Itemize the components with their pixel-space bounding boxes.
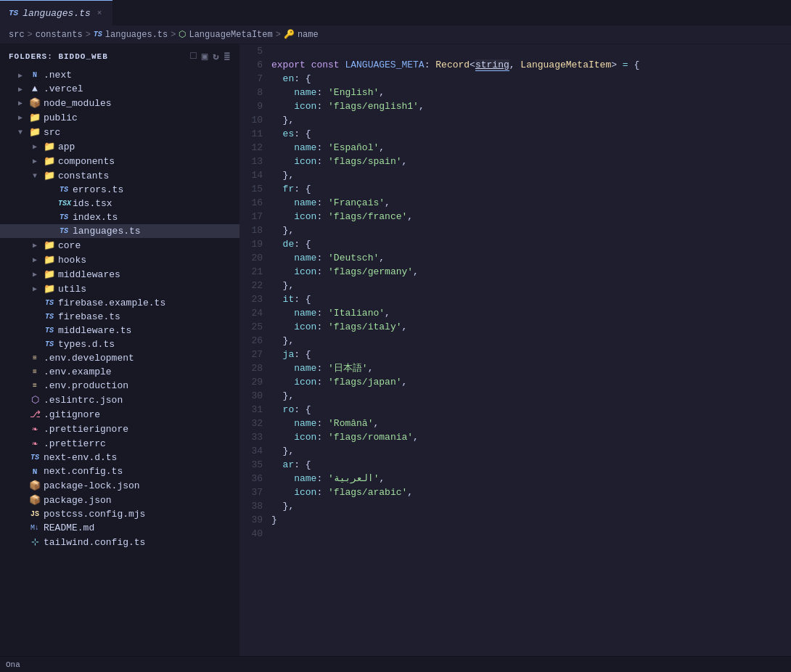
- sidebar-item-env-example[interactable]: ▶ ≡ .env.example: [0, 365, 239, 379]
- sidebar-item-core[interactable]: ▶ 📁 core: [0, 238, 239, 253]
- sidebar-item-next[interactable]: ▶ N .next: [0, 68, 239, 82]
- new-folder-icon[interactable]: ▣: [202, 50, 208, 62]
- sidebar-label-readme: README.md: [44, 523, 94, 533]
- sidebar-title: FOLDERS: BIDDO_WEB: [9, 52, 108, 61]
- sidebar-item-readme[interactable]: ▶ M↓ README.md: [0, 521, 239, 535]
- ln-16: 16: [245, 196, 263, 210]
- sidebar-item-src[interactable]: ▼ 📁 src: [0, 125, 239, 139]
- sidebar-item-firebase-example[interactable]: ▶ TS firebase.example.ts: [0, 296, 239, 310]
- sidebar-item-app[interactable]: ▶ 📁 app: [0, 139, 239, 154]
- tab-close-button[interactable]: ×: [95, 7, 104, 19]
- sidebar-label-prettierignore: .prettierignore: [44, 424, 128, 435]
- sidebar-item-node-modules[interactable]: ▶ 📦 node_modules: [0, 96, 239, 110]
- sidebar-item-firebase-ts[interactable]: ▶ TS firebase.ts: [0, 310, 239, 324]
- sidebar-item-middleware-ts[interactable]: ▶ TS middleware.ts: [0, 324, 239, 337]
- sidebar-item-ids-tsx[interactable]: ▶ TSX ids.tsx: [0, 197, 239, 210]
- eslint-icon: ⬡: [29, 394, 41, 406]
- ln-35: 35: [245, 458, 263, 472]
- sidebar-item-next-env-d-ts[interactable]: ▶ TS next-env.d.ts: [0, 451, 239, 464]
- sidebar-label-env-example: .env.example: [44, 366, 112, 377]
- ln-39: 39: [245, 513, 263, 527]
- readme-file-icon: M↓: [29, 524, 41, 532]
- sidebar-item-prettierrc[interactable]: ▶ ❧ .prettierrc: [0, 436, 239, 451]
- sidebar-item-env-production[interactable]: ▶ ≡ .env.production: [0, 379, 239, 393]
- breadcrumb-sep2: >: [86, 30, 91, 40]
- breadcrumb-sep1: >: [28, 30, 33, 40]
- code-content[interactable]: export const LANGUAGES_META: Record<stri…: [271, 44, 791, 656]
- code-line-32: name: 'Română',: [271, 417, 776, 430]
- sidebar-item-eslintrc[interactable]: ▶ ⬡ .eslintrc.json: [0, 393, 239, 407]
- arrow-icon: ▶: [29, 270, 41, 279]
- sidebar-item-env-development[interactable]: ▶ ≡ .env.development: [0, 351, 239, 365]
- pkg-json-icon: 📦: [29, 494, 41, 506]
- sidebar-item-next-config[interactable]: ▶ N next.config.ts: [0, 464, 239, 478]
- tab-languages-ts[interactable]: TS languages.ts ×: [0, 0, 112, 25]
- sidebar-item-public[interactable]: ▶ 📁 public: [0, 110, 239, 125]
- breadcrumb-file[interactable]: languages.ts: [105, 30, 168, 40]
- sidebar-item-hooks[interactable]: ▶ 📁 hooks: [0, 253, 239, 267]
- ln-18: 18: [245, 224, 263, 237]
- arrow-icon: ▶: [15, 113, 26, 122]
- sidebar-item-postcss[interactable]: ▶ JS postcss.config.mjs: [0, 507, 239, 521]
- sidebar-item-middlewares[interactable]: ▶ 📁 middlewares: [0, 267, 239, 282]
- ln-22: 22: [245, 279, 263, 292]
- sidebar-header: FOLDERS: BIDDO_WEB □ ▣ ↻ ≣: [0, 44, 239, 68]
- ln-6: 6: [245, 58, 263, 72]
- env-example-icon: ≡: [29, 368, 41, 376]
- sidebar-label-node-modules: node_modules: [44, 98, 112, 109]
- sidebar-label-middlewares: middlewares: [58, 269, 120, 280]
- ln-13: 13: [245, 155, 263, 168]
- editor[interactable]: 5 6 7 8 9 10 11 12 13 14 15 16 17 18 19 …: [239, 44, 791, 656]
- code-line-21: icon: 'flags/germany',: [271, 265, 776, 279]
- sidebar-item-index-ts[interactable]: ▶ TS index.ts: [0, 210, 239, 224]
- breadcrumb-name[interactable]: name: [298, 30, 319, 40]
- sidebar-item-constants[interactable]: ▼ 📁 constants: [0, 168, 239, 183]
- code-line-13: icon: 'flags/spain',: [271, 155, 776, 168]
- sidebar-item-package-lock[interactable]: ▶ 📦 package-lock.json: [0, 478, 239, 493]
- ln-15: 15: [245, 182, 263, 196]
- arrow-icon: ▶: [29, 241, 41, 250]
- sidebar-item-types-d-ts[interactable]: ▶ TS types.d.ts: [0, 337, 239, 351]
- ln-25: 25: [245, 320, 263, 334]
- code-line-26: },: [271, 334, 776, 348]
- new-file-icon[interactable]: □: [190, 50, 197, 62]
- arrow-icon: ▶: [29, 142, 41, 151]
- code-line-6: export const LANGUAGES_META: Record<stri…: [271, 58, 776, 72]
- constants-folder-icon: 📁: [44, 170, 55, 181]
- next-config-icon: N: [29, 467, 41, 476]
- collapse-icon[interactable]: ≣: [224, 50, 231, 62]
- refresh-icon[interactable]: ↻: [213, 50, 219, 62]
- sidebar-item-prettierignore[interactable]: ▶ ❧ .prettierignore: [0, 422, 239, 436]
- hooks-folder-icon: 📁: [44, 254, 55, 266]
- sidebar-item-package-json[interactable]: ▶ 📦 package.json: [0, 493, 239, 507]
- sidebar-item-components[interactable]: ▶ 📁 components: [0, 154, 239, 168]
- breadcrumb-constants[interactable]: constants: [36, 30, 83, 40]
- sidebar-label-firebase-example: firebase.example.ts: [58, 298, 165, 308]
- tailwind-icon: ⊹: [29, 536, 41, 548]
- ln-8: 8: [245, 86, 263, 99]
- code-line-18: },: [271, 224, 776, 237]
- sidebar-item-tailwind[interactable]: ▶ ⊹ tailwind.config.ts: [0, 535, 239, 549]
- breadcrumb-src[interactable]: src: [9, 30, 25, 40]
- ts-firebase-example-icon: TS: [44, 299, 55, 307]
- ln-23: 23: [245, 292, 263, 306]
- arrow-icon: ▼: [15, 128, 26, 136]
- sidebar-label-tailwind: tailwind.config.ts: [44, 537, 145, 548]
- sidebar-item-errors-ts[interactable]: ▶ TS errors.ts: [0, 183, 239, 197]
- code-line-16: name: 'Français',: [271, 196, 776, 210]
- breadcrumb-interface[interactable]: LanguageMetaItem: [189, 30, 272, 40]
- sidebar-item-languages-ts[interactable]: ▶ TS languages.ts: [0, 224, 239, 238]
- code-line-29: icon: 'flags/japan',: [271, 375, 776, 389]
- sidebar-item-gitignore[interactable]: ▶ ⎇ .gitignore: [0, 407, 239, 422]
- ts-file-index-icon: TS: [58, 213, 70, 221]
- code-line-22: },: [271, 279, 776, 292]
- ln-7: 7: [245, 72, 263, 86]
- code-line-19: de: {: [271, 237, 776, 251]
- sidebar-item-utils[interactable]: ▶ 📁 utils: [0, 282, 239, 296]
- utils-folder-icon: 📁: [44, 283, 55, 295]
- sidebar-item-vercel[interactable]: ▶ ▲ .vercel: [0, 82, 239, 96]
- sidebar-label-firebase-ts: firebase.ts: [58, 311, 120, 322]
- sidebar-label-app: app: [58, 142, 75, 152]
- public-folder-icon: 📁: [29, 112, 41, 123]
- postcss-icon: JS: [29, 510, 41, 518]
